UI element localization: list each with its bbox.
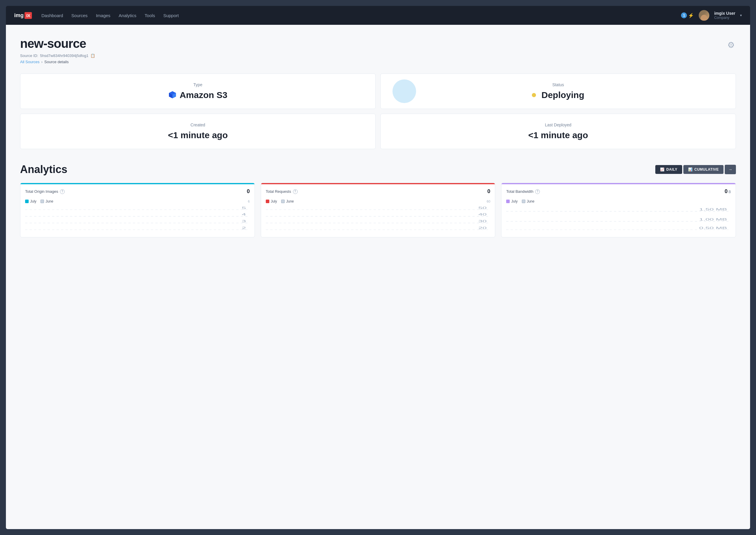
cumulative-button[interactable]: 📊 CUMULATIVE: [683, 165, 723, 174]
svg-text:20: 20: [478, 226, 487, 230]
nav-sources[interactable]: Sources: [71, 13, 88, 18]
analytics-title: Analytics: [20, 163, 67, 176]
copy-icon[interactable]: 📋: [90, 53, 95, 58]
chevron-down-icon[interactable]: ▾: [740, 13, 742, 17]
source-id-label: Source ID:: [20, 53, 38, 58]
svg-text:1.00 MB: 1.00 MB: [699, 218, 727, 221]
nav-support[interactable]: Support: [163, 13, 179, 18]
svg-text:40: 40: [478, 212, 487, 216]
page-header: new-source ⚙: [20, 37, 736, 51]
breadcrumb-current: Source details: [44, 60, 69, 64]
requests-value: 0: [487, 188, 490, 195]
svg-text:3: 3: [242, 219, 246, 223]
created-label: Created: [190, 123, 205, 127]
s3-icon: [168, 90, 177, 100]
origin-images-header: Total Origin Images ? 0: [20, 184, 255, 197]
bandwidth-unit: B: [728, 190, 731, 194]
user-name: imgix User: [714, 11, 735, 16]
origin-images-chart-area: 5 4 3 2: [20, 205, 255, 237]
origin-images-legend: July June 6: [20, 197, 255, 205]
status-label: Status: [552, 82, 564, 87]
req-july-dot: [266, 200, 269, 203]
last-deployed-card: Last Deployed <1 minute ago: [380, 114, 736, 149]
nav-images[interactable]: Images: [96, 13, 110, 18]
avatar-face: [701, 15, 707, 21]
requests-chart: Total Requests ? 0 July June 60: [261, 183, 495, 238]
type-text: Amazon S3: [180, 90, 227, 100]
type-value: Amazon S3: [168, 90, 227, 100]
main-content: new-source ⚙ Source ID: 5hsd7w834hr94039…: [6, 25, 750, 529]
cards-grid: Type Amazon S3 Status: [20, 73, 736, 149]
bw-june-dot: [522, 200, 525, 203]
settings-button[interactable]: ⚙: [726, 39, 736, 51]
breadcrumb-all-sources[interactable]: All Sources: [20, 60, 40, 64]
bandwidth-help-icon[interactable]: ?: [535, 189, 540, 194]
notification-badge[interactable]: 1 ⚡: [681, 13, 694, 18]
july-dot: [25, 200, 29, 203]
req-june-dot: [281, 200, 285, 203]
nav-links: Dashboard Sources Images Analytics Tools…: [42, 13, 681, 18]
type-card: Type Amazon S3: [20, 73, 376, 109]
arrow-right-icon: →: [728, 167, 732, 172]
last-deployed-label: Last Deployed: [545, 123, 572, 127]
origin-images-svg: 5 4 3 2: [25, 205, 250, 235]
avatar[interactable]: [699, 10, 709, 21]
bw-june-legend: June: [522, 199, 535, 204]
requests-legend: July June 60: [261, 197, 495, 205]
status-text: Deploying: [541, 90, 584, 100]
breadcrumb-separator: ›: [42, 60, 42, 64]
nav-dashboard[interactable]: Dashboard: [42, 13, 63, 18]
origin-images-value: 0: [247, 188, 250, 195]
bandwidth-svg: 1.50 MB 1.00 MB 0.50 MB: [506, 205, 731, 235]
bandwidth-chart: Total Bandwidth ? 0 B July June: [501, 183, 736, 238]
created-value: <1 minute ago: [168, 130, 228, 140]
status-content: Status Deploying: [532, 82, 584, 100]
daily-button[interactable]: 📈 DAILY: [655, 165, 682, 174]
avatar-image: [699, 10, 709, 21]
status-circle-decoration: [392, 79, 416, 103]
user-info: imgix User Company: [714, 11, 735, 20]
requests-max: 60: [487, 200, 490, 203]
requests-help-icon[interactable]: ?: [293, 189, 298, 194]
origin-images-title: Total Origin Images ?: [25, 189, 65, 194]
origin-june-legend: June: [41, 199, 53, 204]
requests-title: Total Requests ?: [266, 189, 298, 194]
breadcrumb: All Sources › Source details: [20, 60, 736, 64]
nav-tools[interactable]: Tools: [145, 13, 155, 18]
requests-chart-area: 50 40 30 20: [261, 205, 495, 237]
chart-line-icon: 📈: [660, 167, 665, 172]
bw-july-legend: July: [506, 199, 518, 204]
deploying-dot: [532, 93, 536, 97]
svg-text:5: 5: [242, 206, 246, 210]
last-deployed-value: <1 minute ago: [528, 130, 588, 140]
chart-bar-icon: 📊: [688, 167, 693, 172]
next-button[interactable]: →: [725, 165, 736, 174]
svg-text:50: 50: [478, 206, 487, 210]
june-dot: [41, 200, 44, 203]
source-id-value: 5hsd7w834hr940394j5dfog1: [40, 53, 88, 58]
origin-images-max: 6: [248, 200, 250, 203]
analytics-header: Analytics 📈 DAILY 📊 CUMULATIVE →: [20, 163, 736, 176]
source-id-row: Source ID: 5hsd7w834hr940394j5dfog1 📋: [20, 53, 736, 58]
gear-icon: ⚙: [727, 41, 735, 50]
created-card: Created <1 minute ago: [20, 114, 376, 149]
nav-analytics[interactable]: Analytics: [119, 13, 136, 18]
status-card: Status Deploying: [380, 73, 736, 109]
requests-svg: 50 40 30 20: [266, 205, 490, 235]
origin-images-help-icon[interactable]: ?: [60, 189, 65, 194]
type-label: Type: [193, 82, 202, 87]
user-company: Company: [714, 16, 735, 20]
bolt-icon: ⚡: [688, 13, 694, 18]
charts-row: Total Origin Images ? 0 July June 6: [20, 183, 736, 238]
notification-count: 1: [681, 13, 687, 18]
logo[interactable]: img IX: [14, 12, 32, 19]
navbar: img IX Dashboard Sources Images Analytic…: [6, 6, 750, 25]
nav-right: 1 ⚡ imgix User Company ▾: [681, 10, 742, 21]
page-title: new-source: [20, 37, 86, 51]
req-july-legend: July: [266, 199, 277, 204]
svg-text:1.50 MB: 1.50 MB: [699, 208, 727, 211]
bandwidth-header: Total Bandwidth ? 0 B: [501, 184, 736, 197]
svg-text:4: 4: [242, 212, 246, 216]
bandwidth-legend: July June: [501, 197, 736, 205]
bandwidth-chart-area: 1.50 MB 1.00 MB 0.50 MB: [501, 205, 736, 237]
